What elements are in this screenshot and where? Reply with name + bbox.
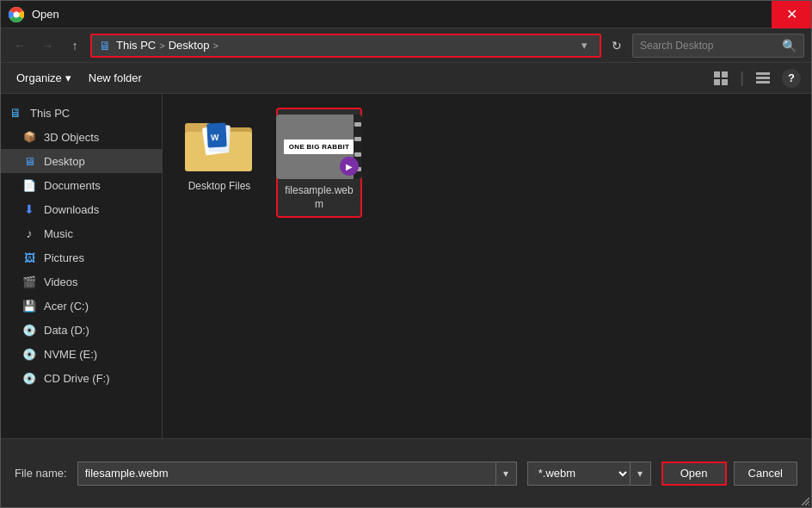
- sidebar-label-downloads: Downloads: [44, 203, 99, 216]
- sidebar-label-videos: Videos: [44, 276, 78, 288]
- music-icon: ♪: [22, 226, 37, 241]
- address-bar[interactable]: 🖥 This PC > Desktop > ▾: [90, 34, 601, 58]
- sidebar-item-downloads[interactable]: ⬇ Downloads: [1, 197, 162, 221]
- view-list-button[interactable]: [751, 66, 775, 90]
- file-label-filesample: filesample.webm: [283, 184, 355, 211]
- organize-button[interactable]: Organize ▾: [11, 68, 77, 88]
- sidebar-item-drive-f[interactable]: 💿 CD Drive (F:): [1, 366, 162, 390]
- file-type-select[interactable]: *.webm: [527, 462, 631, 486]
- view-large-icon: [713, 71, 729, 86]
- dialog-title: Open: [32, 8, 772, 21]
- file-type-dropdown-button[interactable]: ▾: [631, 462, 651, 486]
- sidebar-label-music: Music: [44, 227, 73, 240]
- file-item-filesample-webm[interactable]: ONE BIG RABBIT ▶ filesample.webm: [276, 108, 362, 218]
- title-bar: Open ✕: [1, 1, 811, 28]
- sidebar-item-documents[interactable]: 📄 Documents: [1, 173, 162, 197]
- bottom-bar: File name: ▾ *.webm ▾ Open Cancel: [1, 438, 811, 507]
- desktop-icon: 🖥: [22, 153, 37, 169]
- sidebar-label-drive-f: CD Drive (F:): [44, 372, 110, 385]
- file-name-dropdown-button[interactable]: ▾: [496, 462, 517, 486]
- svg-rect-4: [714, 79, 720, 85]
- film-hole: [354, 122, 361, 127]
- pc-icon: 🖥: [8, 105, 23, 121]
- organize-arrow: ▾: [65, 71, 71, 84]
- sidebar-item-drive-d[interactable]: 💿 Data (D:): [1, 318, 162, 342]
- address-path: This PC > Desktop >: [116, 39, 218, 52]
- file-name-input-group: ▾: [77, 462, 517, 486]
- svg-rect-8: [756, 81, 770, 84]
- video-thumbnail: ONE BIG RABBIT ▶: [276, 115, 362, 179]
- view-separator: |: [740, 69, 744, 87]
- address-sep1: >: [159, 40, 164, 51]
- sidebar-label-drive-c: Acer (C:): [44, 300, 89, 313]
- resize-handle[interactable]: [797, 493, 811, 507]
- downloads-icon: ⬇: [22, 201, 37, 217]
- svg-rect-2: [714, 71, 720, 77]
- sidebar-label-3d-objects: 3D Objects: [44, 131, 99, 144]
- cancel-button[interactable]: Cancel: [734, 462, 797, 486]
- search-bar[interactable]: Search Desktop 🔍: [632, 34, 804, 58]
- drive-c-icon: 💾: [22, 298, 37, 313]
- up-button[interactable]: ↑: [63, 34, 87, 58]
- video-text: ONE BIG RABBIT: [284, 139, 354, 154]
- drive-d-icon: 💿: [22, 322, 37, 338]
- organize-label: Organize: [16, 71, 62, 84]
- sidebar-item-drive-e[interactable]: 💿 NVME (E:): [1, 342, 162, 366]
- sidebar: 🖥 This PC 📦 3D Objects 🖥 Desktop 📄 Docum…: [1, 94, 163, 438]
- address-desktop-label: Desktop: [169, 39, 210, 52]
- sidebar-label-documents: Documents: [44, 179, 101, 192]
- file-area: W Desktop Files ONE BIG RABBIT: [163, 94, 811, 438]
- file-item-desktop-files[interactable]: W Desktop Files: [176, 108, 262, 218]
- action-buttons: Open Cancel: [661, 462, 797, 486]
- sidebar-label-drive-d: Data (D:): [44, 324, 89, 337]
- main-content: 🖥 This PC 📦 3D Objects 🖥 Desktop 📄 Docum…: [1, 94, 811, 438]
- folder-icon: W: [185, 115, 254, 175]
- close-button[interactable]: ✕: [772, 1, 811, 28]
- new-folder-button[interactable]: New folder: [83, 68, 147, 88]
- file-name-label: File name:: [15, 467, 67, 480]
- file-type-group: *.webm ▾: [527, 462, 651, 486]
- file-label-desktop-files: Desktop Files: [188, 180, 251, 194]
- svg-rect-6: [756, 72, 770, 75]
- sidebar-item-videos[interactable]: 🎬 Videos: [1, 269, 162, 294]
- address-sep2: >: [212, 40, 218, 51]
- sidebar-label-this-pc: This PC: [30, 107, 70, 120]
- refresh-button[interactable]: ↻: [605, 34, 629, 58]
- sidebar-item-music[interactable]: ♪ Music: [1, 221, 162, 245]
- svg-rect-5: [722, 79, 728, 85]
- sidebar-item-pictures[interactable]: 🖼 Pictures: [1, 245, 162, 269]
- sidebar-label-pictures: Pictures: [44, 251, 84, 264]
- address-pc-label: This PC: [116, 39, 156, 52]
- nav-bar: ← → ↑ 🖥 This PC > Desktop > ▾ ↻ Search D…: [1, 28, 811, 63]
- sidebar-label-drive-e: NVME (E:): [44, 348, 97, 361]
- file-name-input[interactable]: [77, 462, 496, 486]
- toolbar: Organize ▾ New folder | ?: [1, 63, 811, 94]
- videos-icon: 🎬: [22, 274, 37, 289]
- pictures-icon: 🖼: [22, 250, 37, 265]
- address-pc-icon: 🖥: [99, 39, 111, 53]
- forward-button[interactable]: →: [35, 34, 59, 58]
- search-placeholder: Search Desktop: [640, 40, 777, 52]
- drive-e-icon: 💿: [22, 346, 37, 362]
- drive-f-icon: 💿: [22, 370, 37, 386]
- documents-icon: 📄: [22, 177, 37, 193]
- back-button[interactable]: ←: [8, 34, 32, 58]
- resize-icon: [799, 495, 809, 505]
- film-hole: [354, 137, 361, 141]
- sidebar-item-drive-c[interactable]: 💾 Acer (C:): [1, 294, 162, 318]
- svg-rect-7: [756, 77, 770, 79]
- chrome-icon: [8, 6, 25, 23]
- open-button[interactable]: Open: [661, 462, 727, 486]
- sidebar-item-desktop[interactable]: 🖥 Desktop: [1, 149, 162, 173]
- video-play-badge: ▶: [340, 157, 359, 176]
- view-list-icon: [755, 71, 771, 86]
- address-dropdown-button[interactable]: ▾: [575, 35, 593, 56]
- help-button[interactable]: ?: [782, 69, 801, 88]
- view-large-icon-button[interactable]: [709, 66, 733, 90]
- sidebar-item-this-pc[interactable]: 🖥 This PC: [1, 101, 162, 125]
- film-hole: [354, 152, 361, 157]
- search-icon: 🔍: [782, 39, 797, 53]
- svg-rect-3: [722, 71, 728, 77]
- svg-line-18: [809, 505, 809, 505]
- sidebar-item-3d-objects[interactable]: 📦 3D Objects: [1, 125, 162, 149]
